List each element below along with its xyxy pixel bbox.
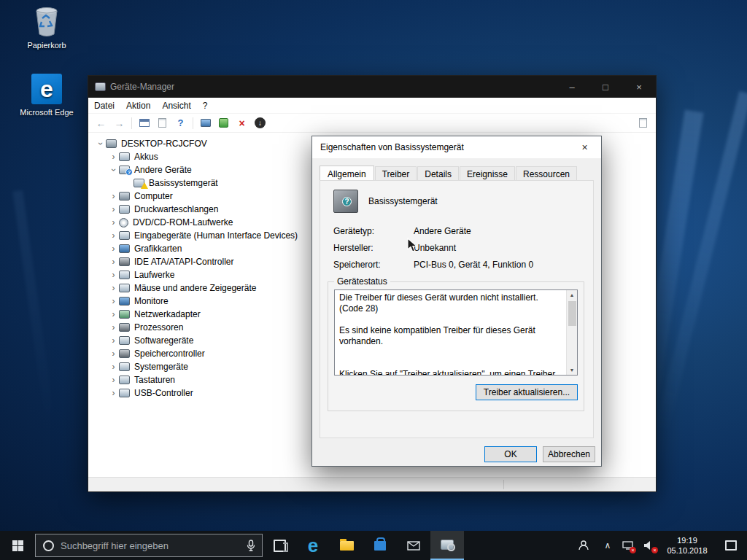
microphone-icon[interactable]	[247, 540, 255, 552]
chevron-collapsed-icon[interactable]: ›	[109, 362, 118, 372]
display-adapter-icon	[119, 244, 130, 253]
disk-drive-icon	[119, 271, 130, 279]
chevron-collapsed-icon[interactable]: ›	[109, 230, 118, 241]
scroll-up-icon[interactable]: ▲	[570, 290, 575, 300]
task-view-button[interactable]	[263, 531, 296, 560]
close-button[interactable]: ×	[622, 76, 656, 98]
menu-hilfe[interactable]: ?	[197, 101, 214, 111]
device-manager-taskbar-button[interactable]	[430, 531, 464, 560]
mute-badge-icon: ×	[651, 547, 658, 553]
forward-button[interactable]: →	[110, 115, 128, 131]
field-label-speicherort: Speicherort:	[333, 260, 414, 270]
unknown-device-warning-icon	[133, 179, 144, 187]
chevron-collapsed-icon[interactable]: ›	[109, 349, 118, 359]
action-center-icon	[725, 540, 737, 551]
window-titlebar[interactable]: Geräte-Manager – □ ×	[88, 76, 656, 98]
disable-device-icon: ↓	[255, 117, 266, 128]
scroll-down-icon[interactable]: ▼	[570, 365, 575, 375]
scrollbar-thumb[interactable]	[568, 301, 576, 326]
minimize-button[interactable]: –	[555, 76, 589, 98]
chevron-collapsed-icon[interactable]: ›	[109, 322, 118, 332]
search-input[interactable]	[61, 540, 240, 551]
chevron-up-icon: ∧	[605, 540, 611, 551]
menu-aktion[interactable]: Aktion	[120, 101, 156, 111]
hid-icon	[119, 231, 130, 240]
update-driver-toolbar-button[interactable]	[214, 115, 233, 131]
file-explorer-icon	[340, 541, 354, 551]
chevron-collapsed-icon[interactable]: ›	[109, 335, 118, 346]
chevron-collapsed-icon[interactable]: ›	[109, 296, 118, 306]
desktop-icon-label: Papierkorb	[27, 41, 66, 50]
storage-controller-icon	[119, 349, 130, 358]
menu-ansicht[interactable]: Ansicht	[156, 101, 196, 111]
field-value-speicherort: PCI-Bus 0, Gerät 4, Funktion 0	[414, 260, 533, 270]
menu-datei[interactable]: Datei	[88, 101, 120, 111]
tab-panel-allgemein: ? Basissystemgerät Gerätetyp: Andere Ger…	[320, 180, 594, 438]
action-center-button[interactable]	[715, 531, 747, 560]
scan-hardware-button[interactable]	[196, 115, 214, 131]
back-button[interactable]: ←	[92, 115, 110, 131]
chevron-collapsed-icon[interactable]: ›	[109, 152, 118, 162]
help-button[interactable]: ?	[171, 115, 190, 131]
network-status-button[interactable]: ×	[617, 531, 638, 560]
update-driver-button[interactable]: Treiber aktualisieren...	[476, 384, 578, 400]
dialog-titlebar[interactable]: Eigenschaften von Basissystemgerät ×	[312, 136, 601, 158]
mouse-cursor	[407, 238, 418, 256]
properties-dialog: Eigenschaften von Basissystemgerät × All…	[311, 136, 602, 467]
uninstall-icon: ×	[239, 117, 244, 129]
chevron-collapsed-icon[interactable]: ›	[109, 244, 118, 254]
chevron-expanded-icon[interactable]: ›	[96, 139, 106, 149]
legacy-hardware-icon	[639, 118, 647, 128]
back-icon: ←	[96, 117, 107, 129]
people-button[interactable]	[569, 531, 598, 560]
taskbar-clock[interactable]: 19:19 05.10.2018	[659, 535, 715, 556]
chevron-expanded-icon[interactable]: ›	[109, 166, 119, 175]
desktop-icon-recycle-bin[interactable]: Papierkorb	[18, 6, 75, 50]
device-status-box[interactable]: Die Treiber für dieses Gerät wurden nich…	[334, 289, 578, 376]
file-explorer-button[interactable]	[330, 531, 363, 560]
maximize-icon: □	[603, 82, 608, 93]
taskbar-edge-button[interactable]: e	[296, 531, 330, 560]
device-name: Basissystemgerät	[368, 196, 438, 206]
legacy-hardware-button[interactable]	[634, 115, 652, 131]
chevron-collapsed-icon[interactable]: ›	[109, 270, 118, 280]
console-tree-button[interactable]	[135, 115, 153, 131]
dialog-close-button[interactable]: ×	[568, 136, 601, 158]
chevron-collapsed-icon[interactable]: ›	[109, 388, 118, 398]
chevron-collapsed-icon[interactable]: ›	[109, 283, 118, 293]
device-icon: ?	[333, 190, 358, 213]
chevron-collapsed-icon[interactable]: ›	[109, 204, 118, 214]
close-icon: ×	[636, 82, 642, 93]
field-label-hersteller: Hersteller:	[333, 243, 414, 253]
maximize-button[interactable]: □	[589, 76, 622, 98]
properties-button[interactable]	[153, 115, 171, 131]
cancel-button[interactable]: Abbrechen	[543, 446, 595, 462]
uninstall-device-button[interactable]: ×	[233, 115, 251, 131]
taskbar-search[interactable]	[35, 534, 263, 557]
forward-icon: →	[115, 117, 125, 129]
show-hidden-icons-button[interactable]: ∧	[598, 531, 617, 560]
ok-button[interactable]: OK	[484, 446, 537, 462]
desktop-icon-edge[interactable]: e Microsoft Edge	[18, 73, 75, 117]
volume-button[interactable]: ×	[638, 531, 659, 560]
mail-button[interactable]	[397, 531, 430, 560]
store-button[interactable]	[363, 531, 397, 560]
chevron-collapsed-icon[interactable]: ›	[109, 191, 118, 201]
properties-icon	[158, 118, 166, 128]
chevron-collapsed-icon[interactable]: ›	[109, 309, 118, 319]
field-value-geraetetyp: Andere Geräte	[414, 226, 471, 236]
printer-icon	[119, 205, 130, 214]
chevron-collapsed-icon[interactable]: ›	[109, 257, 118, 267]
start-button[interactable]	[0, 531, 35, 560]
usb-controller-icon	[119, 389, 130, 397]
help-icon: ?	[178, 117, 184, 128]
device-manager-icon	[441, 540, 454, 550]
chevron-collapsed-icon[interactable]: ›	[109, 375, 118, 385]
taskbar: e ∧ × × 19:19	[0, 531, 747, 560]
system-devices-icon	[119, 362, 130, 371]
scrollbar[interactable]: ▲ ▼	[566, 290, 577, 375]
mouse-icon	[119, 284, 130, 292]
disable-device-button[interactable]: ↓	[251, 115, 269, 131]
chevron-collapsed-icon[interactable]: ›	[109, 217, 118, 228]
group-label: Gerätestatus	[334, 276, 390, 287]
